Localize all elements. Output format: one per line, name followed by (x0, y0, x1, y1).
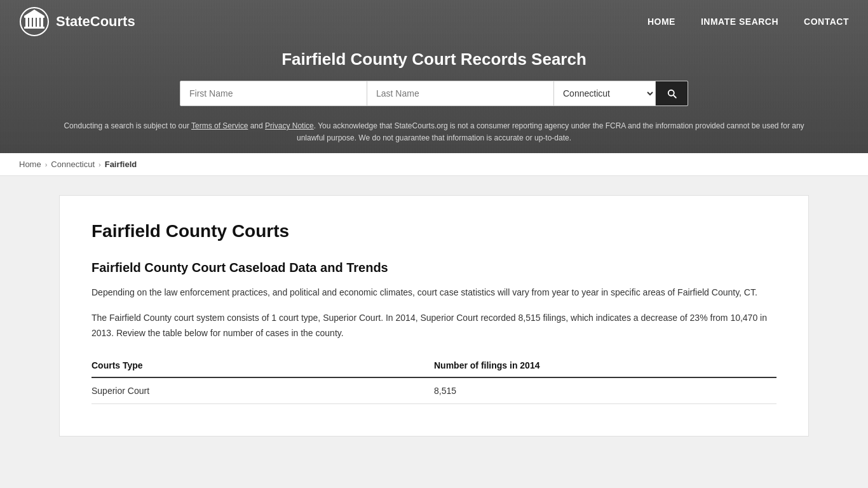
logo-link[interactable]: StateCourts (19, 6, 135, 37)
page-heading: Fairfield County Courts (92, 221, 776, 241)
disclaimer: Conducting a search is subject to our Te… (0, 116, 868, 153)
breadcrumb-sep-1: › (45, 161, 48, 168)
svg-rect-5 (41, 18, 43, 27)
main-content: Fairfield County Courts Fairfield County… (59, 195, 809, 436)
breadcrumb-sep-2: › (98, 161, 101, 168)
header-title: Fairfield County Court Records Search (0, 43, 868, 81)
breadcrumb: Home › Connecticut › Fairfield (0, 153, 868, 176)
svg-rect-4 (37, 18, 39, 27)
nav-contact[interactable]: CONTACT (804, 17, 849, 27)
header-top: StateCourts HOME INMATE SEARCH CONTACT (0, 0, 868, 43)
nav-home[interactable]: HOME (648, 17, 675, 27)
search-icon (666, 88, 677, 99)
table-row: Superior Court 8,515 (92, 377, 776, 404)
first-name-input[interactable] (180, 81, 367, 105)
svg-rect-3 (33, 18, 36, 27)
logo-text: StateCourts (56, 13, 135, 30)
terms-link[interactable]: Terms of Service (191, 121, 248, 130)
header: StateCourts HOME INMATE SEARCH CONTACT F… (0, 0, 868, 153)
breadcrumb-county: Fairfield (105, 159, 137, 169)
search-bar-inner: Select State Alabama Alaska Arizona Arka… (180, 81, 688, 106)
svg-rect-2 (29, 18, 32, 27)
search-bar: Select State Alabama Alaska Arizona Arka… (0, 81, 868, 116)
logo-icon (19, 6, 50, 37)
svg-marker-8 (24, 10, 44, 16)
col-filings: Number of filings in 2014 (434, 354, 776, 377)
last-name-input[interactable] (367, 81, 554, 105)
col-courts-type: Courts Type (92, 354, 434, 377)
breadcrumb-state[interactable]: Connecticut (51, 159, 95, 169)
paragraph-1: Depending on the law enforcement practic… (92, 285, 776, 301)
page-main-title: Fairfield County Court Records Search (281, 50, 587, 69)
main-nav: HOME INMATE SEARCH CONTACT (648, 17, 849, 27)
svg-rect-7 (24, 16, 44, 18)
court-type-cell: Superior Court (92, 377, 434, 404)
filings-cell: 8,515 (434, 377, 776, 404)
caseload-table: Courts Type Number of filings in 2014 Su… (92, 354, 776, 404)
search-button[interactable] (656, 81, 688, 105)
section-heading: Fairfield County Court Caseload Data and… (92, 261, 776, 275)
nav-inmate-search[interactable]: INMATE SEARCH (701, 17, 778, 27)
breadcrumb-home[interactable]: Home (19, 159, 41, 169)
svg-rect-1 (25, 18, 28, 27)
state-select[interactable]: Select State Alabama Alaska Arizona Arka… (554, 81, 656, 105)
paragraph-2: The Fairfield County court system consis… (92, 311, 776, 341)
svg-rect-6 (24, 27, 44, 29)
privacy-link[interactable]: Privacy Notice (265, 121, 314, 130)
